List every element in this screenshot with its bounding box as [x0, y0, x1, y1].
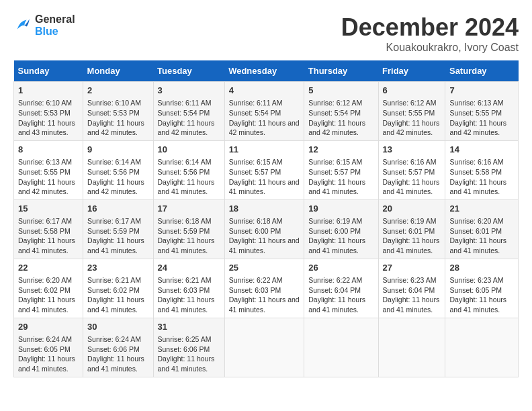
calendar-cell: 9Sunrise: 6:14 AMSunset: 5:56 PMDaylight… — [83, 140, 153, 199]
col-thursday: Thursday — [304, 60, 378, 82]
daylight-text: Daylight: 11 hours and 41 minutes. — [308, 178, 365, 196]
sunrise-text: Sunrise: 6:10 AM — [87, 99, 141, 107]
daylight-text: Daylight: 11 hours and 41 minutes. — [229, 178, 300, 196]
day-number: 3 — [158, 85, 220, 97]
day-number: 2 — [87, 85, 148, 97]
day-number: 30 — [87, 321, 148, 333]
daylight-text: Daylight: 11 hours and 41 minutes. — [229, 295, 300, 314]
sunrise-text: Sunrise: 6:22 AM — [229, 276, 283, 284]
calendar-cell — [445, 318, 519, 377]
sunset-text: Sunset: 5:59 PM — [158, 227, 210, 235]
calendar-cell: 27Sunrise: 6:23 AMSunset: 6:04 PMDayligh… — [378, 259, 445, 318]
daylight-text: Daylight: 11 hours and 41 minutes. — [87, 295, 144, 314]
day-number: 19 — [308, 203, 373, 215]
calendar-cell: 17Sunrise: 6:18 AMSunset: 5:59 PMDayligh… — [153, 199, 224, 259]
day-number: 6 — [383, 85, 441, 97]
sunset-text: Sunset: 6:04 PM — [308, 286, 361, 294]
calendar-cell: 6Sunrise: 6:12 AMSunset: 5:55 PMDaylight… — [378, 82, 445, 141]
day-number: 11 — [229, 144, 300, 156]
sunset-text: Sunset: 5:57 PM — [229, 168, 281, 176]
sunset-text: Sunset: 5:53 PM — [87, 109, 140, 117]
sunrise-text: Sunrise: 6:12 AM — [308, 99, 362, 107]
sunset-text: Sunset: 6:00 PM — [229, 227, 281, 235]
calendar-cell — [378, 318, 445, 377]
sunrise-text: Sunrise: 6:16 AM — [449, 158, 503, 166]
daylight-text: Daylight: 11 hours and 41 minutes. — [158, 295, 215, 314]
calendar-cell: 8Sunrise: 6:13 AMSunset: 5:55 PMDaylight… — [14, 140, 83, 199]
daylight-text: Daylight: 11 hours and 42 minutes. — [18, 178, 75, 196]
daylight-text: Daylight: 11 hours and 41 minutes. — [383, 178, 440, 196]
sunset-text: Sunset: 6:02 PM — [87, 286, 140, 294]
daylight-text: Daylight: 11 hours and 41 minutes. — [158, 178, 215, 196]
day-number: 20 — [383, 203, 441, 215]
daylight-text: Daylight: 11 hours and 41 minutes. — [308, 236, 365, 255]
sunrise-text: Sunrise: 6:18 AM — [229, 217, 283, 225]
day-number: 8 — [18, 144, 79, 156]
calendar-cell: 10Sunrise: 6:14 AMSunset: 5:56 PMDayligh… — [153, 140, 224, 199]
day-number: 28 — [449, 262, 514, 274]
daylight-text: Daylight: 11 hours and 41 minutes. — [18, 355, 75, 373]
sunset-text: Sunset: 6:05 PM — [449, 286, 502, 294]
calendar-week-row: 1Sunrise: 6:10 AMSunset: 5:53 PMDaylight… — [14, 82, 519, 141]
sunrise-text: Sunrise: 6:12 AM — [383, 99, 437, 107]
calendar-cell: 16Sunrise: 6:17 AMSunset: 5:59 PMDayligh… — [83, 199, 153, 259]
col-friday: Friday — [378, 60, 445, 82]
calendar-week-row: 22Sunrise: 6:20 AMSunset: 6:02 PMDayligh… — [14, 259, 519, 318]
sunset-text: Sunset: 5:55 PM — [449, 109, 502, 117]
calendar-week-row: 15Sunrise: 6:17 AMSunset: 5:58 PMDayligh… — [14, 199, 519, 259]
sunrise-text: Sunrise: 6:20 AM — [449, 217, 503, 225]
sunset-text: Sunset: 5:54 PM — [158, 109, 210, 117]
calendar-cell: 28Sunrise: 6:23 AMSunset: 6:05 PMDayligh… — [445, 259, 519, 318]
sunrise-text: Sunrise: 6:15 AM — [229, 158, 283, 166]
calendar-cell: 11Sunrise: 6:15 AMSunset: 5:57 PMDayligh… — [224, 140, 304, 199]
calendar-cell: 2Sunrise: 6:10 AMSunset: 5:53 PMDaylight… — [83, 82, 153, 141]
logo-icon — [13, 16, 32, 35]
daylight-text: Daylight: 11 hours and 41 minutes. — [383, 236, 440, 255]
calendar-cell: 15Sunrise: 6:17 AMSunset: 5:58 PMDayligh… — [14, 199, 83, 259]
calendar-cell: 7Sunrise: 6:13 AMSunset: 5:55 PMDaylight… — [445, 82, 519, 141]
col-sunday: Sunday — [14, 60, 83, 82]
location-title: Kouakoukrakro, Ivory Coast — [341, 42, 519, 54]
sunset-text: Sunset: 6:03 PM — [158, 286, 210, 294]
day-number: 25 — [229, 262, 300, 274]
sunrise-text: Sunrise: 6:21 AM — [87, 276, 141, 284]
sunrise-text: Sunrise: 6:13 AM — [18, 158, 72, 166]
calendar-cell: 25Sunrise: 6:22 AMSunset: 6:03 PMDayligh… — [224, 259, 304, 318]
day-number: 24 — [158, 262, 220, 274]
day-number: 5 — [308, 85, 373, 97]
calendar-cell — [224, 318, 304, 377]
daylight-text: Daylight: 11 hours and 41 minutes. — [18, 295, 75, 314]
calendar-cell: 24Sunrise: 6:21 AMSunset: 6:03 PMDayligh… — [153, 259, 224, 318]
calendar-header-row: Sunday Monday Tuesday Wednesday Thursday… — [14, 60, 519, 82]
calendar-cell: 5Sunrise: 6:12 AMSunset: 5:54 PMDaylight… — [304, 82, 378, 141]
page-header: General Blue December 2024 Kouakoukrakro… — [13, 13, 519, 54]
day-number: 17 — [158, 203, 220, 215]
day-number: 7 — [449, 85, 514, 97]
calendar-cell: 21Sunrise: 6:20 AMSunset: 6:01 PMDayligh… — [445, 199, 519, 259]
day-number: 1 — [18, 85, 79, 97]
daylight-text: Daylight: 11 hours and 41 minutes. — [158, 236, 215, 255]
calendar-cell: 14Sunrise: 6:16 AMSunset: 5:58 PMDayligh… — [445, 140, 519, 199]
sunrise-text: Sunrise: 6:14 AM — [87, 158, 141, 166]
sunset-text: Sunset: 5:58 PM — [18, 227, 71, 235]
sunset-text: Sunset: 5:59 PM — [87, 227, 140, 235]
daylight-text: Daylight: 11 hours and 41 minutes. — [158, 355, 215, 373]
day-number: 26 — [308, 262, 373, 274]
calendar-cell: 3Sunrise: 6:11 AMSunset: 5:54 PMDaylight… — [153, 82, 224, 141]
daylight-text: Daylight: 11 hours and 41 minutes. — [87, 355, 144, 373]
day-number: 10 — [158, 144, 220, 156]
calendar-cell: 20Sunrise: 6:19 AMSunset: 6:01 PMDayligh… — [378, 199, 445, 259]
sunset-text: Sunset: 6:02 PM — [18, 286, 71, 294]
sunset-text: Sunset: 5:58 PM — [449, 168, 502, 176]
col-saturday: Saturday — [445, 60, 519, 82]
sunset-text: Sunset: 5:55 PM — [18, 168, 71, 176]
day-number: 18 — [229, 203, 300, 215]
calendar-cell: 30Sunrise: 6:24 AMSunset: 6:06 PMDayligh… — [83, 318, 153, 377]
sunset-text: Sunset: 5:53 PM — [18, 109, 71, 117]
sunrise-text: Sunrise: 6:15 AM — [308, 158, 362, 166]
title-area: December 2024 Kouakoukrakro, Ivory Coast — [341, 13, 519, 54]
day-number: 9 — [87, 144, 148, 156]
sunrise-text: Sunrise: 6:16 AM — [383, 158, 437, 166]
sunset-text: Sunset: 6:01 PM — [449, 227, 502, 235]
sunrise-text: Sunrise: 6:10 AM — [18, 99, 72, 107]
